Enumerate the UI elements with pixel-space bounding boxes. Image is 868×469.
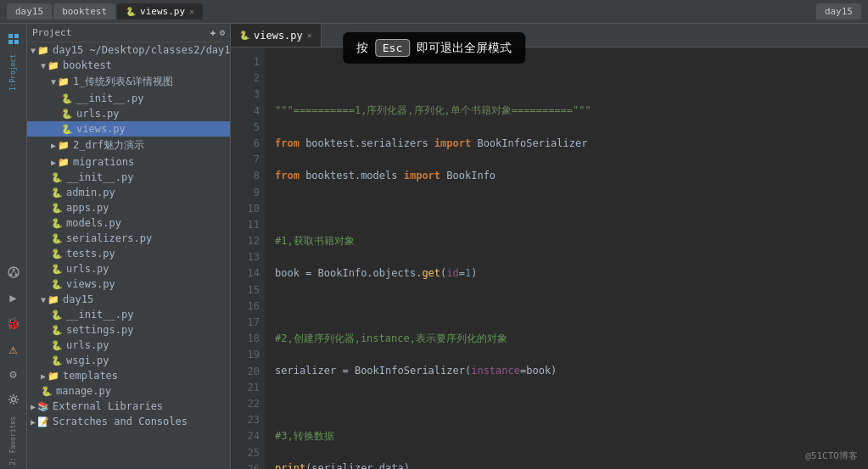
svg-point-5 <box>12 269 14 271</box>
day15-folder-icon: 📁 <box>48 294 59 305</box>
tree-views-py-selected[interactable]: 🐍 views.py <box>27 121 230 137</box>
code-line-8 <box>275 298 858 314</box>
esc-key: Esc <box>375 39 410 57</box>
tree-migrations[interactable]: ▶ 📁 migrations <box>27 154 230 170</box>
svg-rect-0 <box>8 34 13 38</box>
py-icon-views2: 🐍 <box>51 279 63 290</box>
tree-urls-py-d15[interactable]: 🐍 urls.py <box>27 338 230 353</box>
tree-tests-py[interactable]: 🐍 tests.py <box>27 246 230 261</box>
apps-py-label: apps.py <box>66 202 109 214</box>
day15-arrow: ▼ <box>41 295 46 304</box>
file-tree[interactable]: Project ✚ ⚙ ▼ 📁 day15 ~/Desktop/classes2… <box>27 24 231 469</box>
code-line-5 <box>275 201 858 217</box>
urls-py-2-label: urls.py <box>66 263 109 275</box>
tree-apps-py[interactable]: 🐍 apps.py <box>27 200 230 215</box>
code-line-13: print(serializer.data) <box>275 461 858 469</box>
editor-tab-views[interactable]: 🐍 views.py ✕ <box>231 24 322 47</box>
py-icon-init-d15: 🐍 <box>51 310 63 321</box>
tree-wsgi-py[interactable]: 🐍 wsgi.py <box>27 353 230 368</box>
title-bar-right: day15 <box>816 3 861 20</box>
drf-folder-icon: 📁 <box>58 140 70 151</box>
line-numbers: 12345 678910 1112131415 1617181920 21222… <box>231 47 265 469</box>
serializers-py-label: serializers.py <box>66 232 152 244</box>
migrations-folder-icon: 📁 <box>58 157 70 168</box>
svg-point-10 <box>11 398 15 402</box>
py-icon-init2: 🐍 <box>51 172 63 183</box>
svg-rect-3 <box>14 40 19 44</box>
sidebar-icon-project[interactable] <box>2 27 25 51</box>
tree-init-py-d15[interactable]: 🐍 __init__.py <box>27 307 230 322</box>
code-line-11 <box>275 395 858 411</box>
code-editor: 🐍 views.py ✕ 12345 678910 1112131415 161… <box>231 24 868 469</box>
title-bar: day15 booktest 🐍 views.py ✕ day15 <box>0 0 868 24</box>
urls-py-1-label: urls.py <box>76 108 120 120</box>
svg-point-7 <box>14 274 17 276</box>
py-icon-apps: 🐍 <box>51 203 63 214</box>
tree-views-py-2[interactable]: 🐍 views.py <box>27 276 230 292</box>
tree-init-py-1[interactable]: 🐍 __init__.py <box>27 91 230 106</box>
sidebar-icon-terminal[interactable]: ⚙ <box>2 362 25 386</box>
wsgi-py-label: wsgi.py <box>66 355 109 366</box>
day15-folder-label: day15 <box>63 293 93 305</box>
init-py-d15-label: __init__.py <box>66 309 133 321</box>
sidebar-icon-settings[interactable] <box>2 388 25 411</box>
tree-traditional-view[interactable]: ▼ 📁 1_传统列表&详情视图 <box>27 73 230 91</box>
py-icon-wsgi: 🐍 <box>51 355 63 366</box>
watermark: @51CTO博客 <box>805 449 858 462</box>
tree-manage-py[interactable]: 🐍 manage.py <box>27 383 230 399</box>
init-py-2-label: __init__.py <box>66 171 133 183</box>
init-py-1-label: __init__.py <box>76 92 143 104</box>
code-area[interactable]: 12345 678910 1112131415 1617181920 21222… <box>231 47 868 469</box>
code-line-1 <box>275 70 858 87</box>
root-label: day15 ~/Desktop/classes2/day15 <box>53 44 230 56</box>
tree-serializers-py[interactable]: 🐍 serializers.py <box>27 231 230 246</box>
title-tab-views[interactable]: 🐍 views.py ✕ <box>117 3 203 20</box>
title-tab-right-day15[interactable]: day15 <box>816 3 861 20</box>
editor-tab-views-close[interactable]: ✕ <box>307 31 312 40</box>
py-icon-views: 🐍 <box>61 124 73 135</box>
sidebar-favorites-label: 2: Favorites <box>9 416 17 466</box>
tree-scratches[interactable]: ▶ 📝 Scratches and Consoles <box>27 414 230 429</box>
tree-init-py-2[interactable]: 🐍 __init__.py <box>27 170 230 185</box>
tree-booktest[interactable]: ▼ 📁 booktest <box>27 58 230 73</box>
title-tab-booktest[interactable]: booktest <box>53 3 115 20</box>
title-tab-views-label: views.py <box>140 6 185 17</box>
title-tab-right-day15-label: day15 <box>825 6 853 17</box>
code-line-3: from booktest.serializers import BookInf… <box>275 136 858 152</box>
py-icon-admin: 🐍 <box>51 187 63 198</box>
tree-admin-py[interactable]: 🐍 admin.py <box>27 185 230 200</box>
tree-day15[interactable]: ▼ 📁 day15 <box>27 292 230 307</box>
tree-settings-py[interactable]: 🐍 settings.py <box>27 322 230 338</box>
sidebar-icon-debug[interactable]: 🐞 <box>2 311 25 335</box>
title-tab-day15[interactable]: day15 <box>7 3 52 20</box>
sidebar-icons: 1:Project ▶ 🐞 ⚠ ⚙ 2: Favorites <box>0 24 27 469</box>
scratches-label: Scratches and Consoles <box>53 416 188 427</box>
tree-urls-py-1[interactable]: 🐍 urls.py <box>27 106 230 121</box>
code-content[interactable]: """==========1,序列化器,序列化,单个书籍对象==========… <box>265 47 868 469</box>
header-icon-add[interactable]: ✚ <box>210 27 216 38</box>
booktest-folder-icon: 📁 <box>48 60 59 71</box>
code-line-2: """==========1,序列化器,序列化,单个书籍对象==========… <box>275 103 858 119</box>
esc-suffix: 即可退出全屏模式 <box>417 41 512 56</box>
root-folder-icon: 📁 <box>37 45 49 56</box>
ext-libs-arrow: ▶ <box>31 402 36 411</box>
tree-urls-py-2[interactable]: 🐍 urls.py <box>27 261 230 276</box>
tree-templates[interactable]: ▶ 📁 templates <box>27 368 230 383</box>
tree-root[interactable]: ▼ 📁 day15 ~/Desktop/classes2/day15 <box>27 42 230 58</box>
tree-external-libs[interactable]: ▶ 📚 External Libraries <box>27 399 230 414</box>
manage-py-label: manage.py <box>56 385 111 397</box>
sidebar-icon-run[interactable]: ▶ <box>2 286 25 310</box>
sidebar-icon-todo[interactable]: ⚠ <box>2 337 25 360</box>
code-line-7: book = BookInfo.objects.get(id=1) <box>275 265 858 282</box>
code-line-4: from booktest.models import BookInfo <box>275 168 858 184</box>
title-tab-views-close[interactable]: ✕ <box>189 7 194 16</box>
tree-drf[interactable]: ▶ 📁 2_drf魅力演示 <box>27 137 230 154</box>
tree-models-py[interactable]: 🐍 models.py <box>27 215 230 231</box>
urls-py-d15-label: urls.py <box>66 339 109 351</box>
sidebar-icon-git[interactable] <box>2 260 25 284</box>
drf-arrow: ▶ <box>51 141 56 150</box>
svg-rect-1 <box>14 34 19 38</box>
project-label: Project <box>32 27 71 38</box>
booktest-arrow: ▼ <box>41 61 46 70</box>
header-icon-settings[interactable]: ⚙ <box>219 27 225 38</box>
